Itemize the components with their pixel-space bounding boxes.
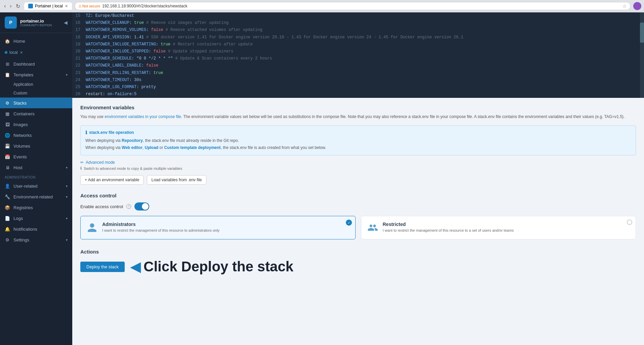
- sidebar-item-containers[interactable]: ▦ Containers: [0, 108, 72, 119]
- sidebar-item-logs[interactable]: 📄 Logs ▾: [0, 213, 72, 224]
- code-line: 21 WATCHTOWER_SCHEDULE: "0 0 */2 * * *" …: [72, 55, 644, 62]
- content-area: Environment variables You may use enviro…: [72, 98, 644, 288]
- sidebar-logo: P portainer.io COMMUNITY EDITION ◀: [0, 12, 72, 33]
- restricted-card[interactable]: Restricted I want to restrict the manage…: [361, 216, 636, 239]
- sidebar-item-templates[interactable]: 📋 Templates ▾: [0, 69, 72, 80]
- sidebar-item-user-related[interactable]: 👤 User-related ▾: [0, 181, 72, 191]
- images-icon: 🖼: [5, 122, 10, 127]
- advanced-mode-toggle[interactable]: ✏ Advanced mode: [80, 160, 636, 165]
- env-close-button[interactable]: ✕: [20, 50, 23, 55]
- sidebar: P portainer.io COMMUNITY EDITION ◀ 🏠 Hom…: [0, 12, 72, 345]
- chevron-down-icon: ▾: [66, 184, 68, 188]
- chevron-down-icon: ▾: [66, 238, 68, 242]
- restricted-card-description: I want to restrict the management of thi…: [383, 228, 514, 232]
- sidebar-item-dashboard[interactable]: ⊞ Dashboard: [0, 59, 72, 69]
- back-button[interactable]: ‹: [3, 2, 7, 10]
- admin-card-description: I want to restrict the management of thi…: [102, 228, 219, 232]
- sidebar-item-events[interactable]: 📅 Events: [0, 151, 72, 162]
- brand-name: portainer.io: [20, 18, 52, 24]
- arrow-icon: ◀: [130, 260, 141, 274]
- registries-icon: 📦: [5, 205, 10, 210]
- address-bar[interactable]: ⚠ Not secure 192.168.1.18:9000/#!/2/dock…: [75, 2, 631, 10]
- sidebar-item-label: Notifications: [13, 227, 68, 232]
- env-compose-link[interactable]: environment variables in your compose fi…: [105, 114, 181, 119]
- edition-label: COMMUNITY EDITION: [20, 24, 52, 27]
- admin-section-label: Administration: [0, 173, 72, 181]
- logs-icon: 📄: [5, 216, 10, 221]
- reload-button[interactable]: ↻: [14, 2, 22, 10]
- browser-nav-controls: ‹ › ↻: [3, 2, 22, 10]
- app-layout: P portainer.io COMMUNITY EDITION ◀ 🏠 Hom…: [0, 12, 644, 345]
- code-line: 16 WATCHTOWER_CLEANUP: true # Remove old…: [72, 20, 644, 27]
- sidebar-item-environment-related[interactable]: 🔧 Environment-related ▾: [0, 191, 72, 202]
- custom-template-link[interactable]: Custom template deployment: [164, 145, 221, 150]
- profile-avatar[interactable]: [633, 2, 641, 10]
- sidebar-item-application[interactable]: Application: [0, 80, 72, 89]
- sidebar-item-custom[interactable]: Custom: [0, 89, 72, 98]
- logo-icon: P: [5, 16, 17, 29]
- deploy-stack-button[interactable]: Deploy the stack: [80, 262, 125, 272]
- scrollbar-thumb[interactable]: [640, 23, 644, 43]
- sidebar-item-settings[interactable]: ⚙ Settings ▾: [0, 234, 72, 245]
- sidebar-item-host[interactable]: 🖥 Host ▾: [0, 162, 72, 173]
- code-line: 20 WATCHTOWER_INCLUDE_STOPPED: false # U…: [72, 48, 644, 55]
- hint-icon: ℹ: [80, 166, 82, 170]
- access-control-toggle[interactable]: [134, 202, 149, 210]
- env-section: local ✕: [0, 46, 72, 59]
- click-annotation: ◀ Click Deploy the stack: [130, 259, 293, 275]
- tab-close-button[interactable]: ✕: [65, 4, 68, 8]
- sidebar-item-volumes[interactable]: 💾 Volumes: [0, 141, 72, 151]
- code-line: 25 WATCHTOWER_LOG_FORMAT: pretty: [72, 84, 644, 91]
- load-env-file-button[interactable]: Load variables from .env file: [147, 175, 206, 185]
- env-actions: + Add an environment variable Load varia…: [80, 175, 636, 185]
- sidebar-collapse-button[interactable]: ◀: [64, 20, 68, 25]
- enable-access-control-row: Enable access control ?: [80, 202, 636, 210]
- sidebar-item-label: Settings: [13, 237, 63, 242]
- sidebar-item-label: Environment-related: [13, 194, 63, 199]
- env-variables-section: Environment variables You may use enviro…: [80, 105, 636, 185]
- restricted-card-title: Restricted: [383, 222, 514, 227]
- admin-icon: [86, 222, 98, 234]
- stacks-icon: ⚙: [5, 100, 10, 106]
- browser-tab[interactable]: Portainer | local ✕: [24, 2, 72, 10]
- selected-check-icon: ✓: [346, 220, 352, 226]
- code-line: 26 restart: on-failure:5: [72, 91, 644, 98]
- env-variables-title: Environment variables: [80, 105, 636, 110]
- tab-title: Portainer | local: [35, 4, 63, 8]
- sidebar-item-images[interactable]: 🖼 Images: [0, 119, 72, 130]
- sidebar-item-home[interactable]: 🏠 Home: [0, 36, 72, 46]
- info-box-title: ℹ stack.env file operation: [85, 130, 631, 135]
- sidebar-item-label: Home: [13, 39, 68, 44]
- code-editor: 15 TZ: Europe/Bucharest 16 WATCHTOWER_CL…: [72, 12, 644, 98]
- repository-link[interactable]: Repository: [122, 138, 143, 143]
- upload-link[interactable]: Upload: [145, 145, 159, 150]
- env-icon: 🔧: [5, 194, 10, 199]
- sidebar-item-registries[interactable]: 📦 Registries: [0, 202, 72, 213]
- restricted-icon: [367, 222, 379, 234]
- code-line: 17 WATCHTOWER_REMOVE_VOLUMES: false # Re…: [72, 27, 644, 34]
- restricted-card-text: Restricted I want to restrict the manage…: [383, 222, 514, 232]
- sidebar-item-stacks[interactable]: ⚙ Stacks: [0, 98, 72, 108]
- bookmark-button[interactable]: ☆: [622, 3, 627, 9]
- sidebar-item-label: Images: [13, 122, 68, 127]
- sidebar-item-networks[interactable]: 🌐 Networks: [0, 130, 72, 141]
- pencil-icon: ✏: [80, 160, 84, 165]
- add-env-variable-button[interactable]: + Add an environment variable: [80, 175, 144, 185]
- advanced-mode-hint: ℹ Switch to advanced mode to copy & past…: [80, 166, 636, 170]
- web-editor-link[interactable]: Web editor: [122, 145, 143, 150]
- help-icon[interactable]: ?: [126, 204, 131, 209]
- sidebar-item-label: Dashboard: [13, 62, 68, 67]
- admin-card-text: Administrators I want to restrict the ma…: [102, 222, 219, 232]
- access-control-section: Access control Enable access control ? ✓: [80, 193, 636, 239]
- access-control-title: Access control: [80, 193, 636, 198]
- templates-icon: 📋: [5, 72, 10, 77]
- sidebar-item-notifications[interactable]: 🔔 Notifications: [0, 224, 72, 234]
- forward-button[interactable]: ›: [8, 2, 13, 10]
- tab-favicon: [28, 4, 33, 8]
- administrators-card[interactable]: ✓ Administrators I want to restrict the …: [80, 216, 356, 239]
- actions-section: Actions Deploy the stack ◀ Click Deploy …: [80, 249, 636, 275]
- sidebar-navigation: 🏠 Home local ✕ ⊞ Dashboard 📋 Templates ▾: [0, 33, 72, 345]
- actions-row: Deploy the stack ◀ Click Deploy the stac…: [80, 259, 636, 275]
- chevron-down-icon: ▾: [66, 166, 68, 169]
- scrollbar-track[interactable]: [640, 12, 644, 98]
